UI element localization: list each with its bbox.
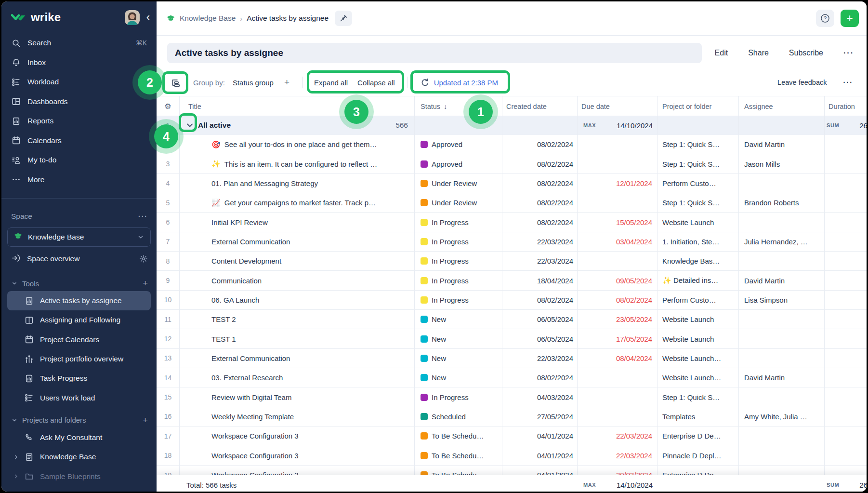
duration-cell[interactable] <box>825 291 867 309</box>
duration-cell[interactable] <box>825 368 867 387</box>
project-cell[interactable]: Templates <box>658 407 739 426</box>
share-button[interactable]: Share <box>748 49 769 57</box>
sidebar-item-sample-blueprints[interactable]: Sample Blueprints <box>1 466 157 486</box>
created-date-cell[interactable]: 08/02/2024 <box>502 154 578 173</box>
leave-feedback-button[interactable]: Leave feedback <box>777 79 827 86</box>
project-cell[interactable]: Pinnacle D Depl… <box>658 446 739 465</box>
refresh-icon[interactable] <box>421 78 430 87</box>
column-header-title[interactable]: Title <box>180 96 415 116</box>
task-title-cell[interactable]: TEST 2 <box>180 310 415 329</box>
created-date-cell[interactable]: 18/04/2024 <box>502 271 578 290</box>
status-cell[interactable]: In Progress <box>415 387 502 406</box>
sidebar-item-users-work-load[interactable]: Users Work load <box>1 388 157 407</box>
add-tool-icon[interactable]: + <box>143 278 148 289</box>
assignee-cell[interactable] <box>739 329 825 348</box>
project-cell[interactable]: Perform Custo… <box>658 291 739 309</box>
assignee-cell[interactable] <box>739 310 825 329</box>
updated-at-button[interactable]: Updated at 2:38 PM <box>434 79 498 87</box>
sidebar-item-task-progress[interactable]: Task Progress <box>1 369 157 388</box>
project-cell[interactable]: Website Launch <box>658 329 739 348</box>
created-date-cell[interactable]: 04/03/2024 <box>502 387 578 406</box>
due-date-cell[interactable]: 15/05/2024 <box>578 213 658 231</box>
task-title-cell[interactable]: 📈Get your campaigns to market faster. Tr… <box>180 193 415 212</box>
column-header-project[interactable]: Project or folder <box>658 96 739 116</box>
assignee-cell[interactable] <box>739 174 825 193</box>
sidebar-item-ask-my-consultant[interactable]: Ask My Consultant <box>1 428 157 447</box>
sidebar-item-project-portfolio-overview[interactable]: Project portfolio overview <box>1 349 157 369</box>
toolbar-more-icon[interactable]: ··· <box>843 79 854 86</box>
project-cell[interactable]: Step 1: Quick S… <box>658 135 739 154</box>
group-by-value[interactable]: Status group <box>233 79 274 87</box>
table-row[interactable]: 17 Workspace Configuration 3 To Be Sched… <box>157 426 867 446</box>
space-selector[interactable]: Knowledge Base <box>7 227 151 247</box>
duration-cell[interactable] <box>825 213 867 231</box>
assignee-cell[interactable] <box>739 349 825 368</box>
task-title-cell[interactable]: External Communication <box>180 349 415 368</box>
created-date-cell[interactable]: 22/03/2024 <box>502 349 578 368</box>
create-new-button[interactable]: + <box>841 10 859 27</box>
expand-all-button[interactable]: Expand all <box>314 79 348 87</box>
table-row[interactable]: 18 Workspace Configuration 3 To Be Sched… <box>157 446 867 466</box>
sidebar-item-calendars[interactable]: Calendars <box>1 131 157 151</box>
table-row[interactable]: 8 Content Development In Progress 22/03/… <box>157 252 867 271</box>
gear-icon[interactable] <box>139 254 148 263</box>
sidebar-item-workload[interactable]: Workload <box>1 72 157 92</box>
task-title-cell[interactable]: 03. External Research <box>180 368 415 387</box>
duration-cell[interactable] <box>825 426 867 445</box>
table-row[interactable]: 7 External Communication In Progress 22/… <box>157 232 867 252</box>
assignee-cell[interactable]: David Martin <box>739 271 825 290</box>
assignee-cell[interactable] <box>739 426 825 445</box>
task-title-cell[interactable]: Content Development <box>180 252 415 270</box>
sidebar-item-search[interactable]: Search ⌘K <box>1 33 157 53</box>
table-row[interactable]: 16 Weekly Meeting Template Scheduled 27/… <box>157 407 867 426</box>
duration-cell[interactable] <box>825 329 867 348</box>
project-cell[interactable]: Website Launch <box>658 213 739 231</box>
breadcrumb-space-link[interactable]: Knowledge Base <box>180 14 236 23</box>
sidebar-item-dashboards[interactable]: Dashboards <box>1 92 157 112</box>
created-date-cell[interactable]: 08/02/2024 <box>502 213 578 231</box>
column-header-status[interactable]: Status↓ <box>415 96 502 116</box>
edit-button[interactable]: Edit <box>715 49 728 57</box>
group-row-all-active[interactable]: 1 All active 566 MAX 14/10/2024 SUM 265 <box>157 116 867 135</box>
task-title-cell[interactable]: Workspace Configuration 3 <box>180 446 415 465</box>
table-row[interactable]: 2 🎯See all your to-dos in one place and … <box>157 135 867 154</box>
status-cell[interactable]: New <box>415 329 502 348</box>
created-date-cell[interactable]: 08/02/2024 <box>502 193 578 212</box>
task-title-cell[interactable]: Communication <box>180 271 415 290</box>
sidebar-item-assigning-and-following[interactable]: Assigning and Following <box>1 310 157 330</box>
assignee-cell[interactable]: Brandon Roberts <box>739 193 825 212</box>
due-date-cell[interactable] <box>578 252 658 270</box>
table-row[interactable]: 15 Review with Digital Team In Progress … <box>157 387 867 407</box>
due-date-cell[interactable] <box>578 407 658 426</box>
due-date-cell[interactable] <box>578 387 658 406</box>
tools-section-header[interactable]: Tools + <box>1 276 157 291</box>
created-date-cell[interactable]: 27/05/2024 <box>502 407 578 426</box>
column-header-assignee[interactable]: Assignee <box>739 96 825 116</box>
task-title-cell[interactable]: External Communication <box>180 232 415 251</box>
created-date-cell[interactable]: 06/05/2024 <box>502 329 578 348</box>
task-title-cell[interactable]: 🎯See all your to-dos in one place and ge… <box>180 135 415 154</box>
table-row[interactable]: 5 📈Get your campaigns to market faster. … <box>157 193 867 213</box>
project-cell[interactable]: ✨ Detailed ins… <box>658 271 739 290</box>
project-cell[interactable]: Step 1: Quick S… <box>658 387 739 406</box>
assignee-cell[interactable]: David Martin <box>739 135 825 154</box>
assignee-cell[interactable] <box>739 387 825 406</box>
sidebar-item-inbox[interactable]: Inbox <box>1 53 157 73</box>
status-cell[interactable]: In Progress <box>415 252 502 270</box>
table-row[interactable]: 11 TEST 2 New 06/05/2024 23/05/2024 Webs… <box>157 310 867 329</box>
due-date-cell[interactable]: 17/05/2024 <box>578 329 658 348</box>
status-cell[interactable]: To Be Schedu… <box>415 426 502 445</box>
space-menu-dots-icon[interactable]: ··· <box>138 213 148 220</box>
project-cell[interactable]: Enterprise D De… <box>658 426 739 445</box>
created-date-cell[interactable]: 08/02/2024 <box>502 368 578 387</box>
pin-button[interactable] <box>335 11 352 26</box>
subscribe-button[interactable]: Subscribe <box>789 49 823 57</box>
sidebar-item-my-todo[interactable]: My to-do <box>1 150 157 170</box>
due-date-cell[interactable]: 08/02/2024 <box>578 291 658 309</box>
task-title-cell[interactable]: Workspace Configuration 3 <box>180 426 415 445</box>
assignee-cell[interactable]: David Martin <box>739 368 825 387</box>
created-date-cell[interactable]: 08/02/2024 <box>502 174 578 193</box>
chevron-right-icon[interactable] <box>12 454 20 460</box>
task-title-cell[interactable]: 06. GA Launch <box>180 291 415 309</box>
assignee-cell[interactable]: Jason Mills <box>739 154 825 173</box>
